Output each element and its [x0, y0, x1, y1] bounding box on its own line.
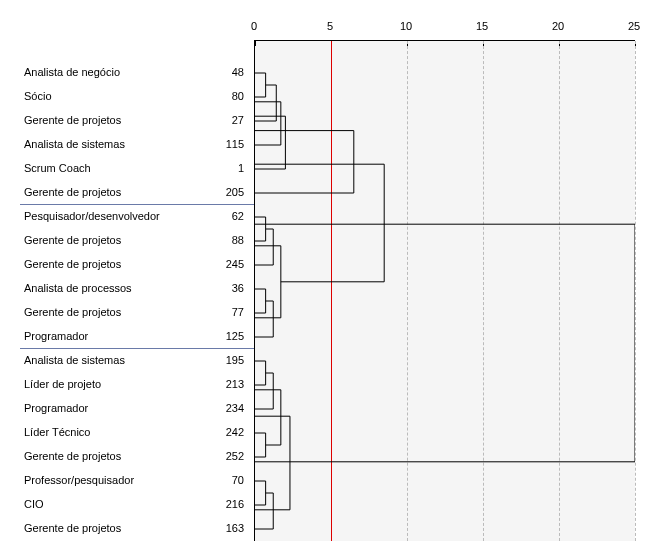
leaf-id: 242 — [200, 420, 250, 444]
leaf-id: 88 — [200, 228, 250, 252]
leaf-labels: Analista de negócio Sócio Gerente de pro… — [20, 60, 200, 540]
leaf-label: Gerente de projetos — [20, 180, 200, 204]
x-tick-label: 5 — [327, 20, 333, 32]
x-axis: 0 5 10 15 20 25 — [254, 20, 634, 40]
leaf-label: Analista de processos — [20, 276, 200, 300]
dendrogram-chart: 0 5 10 15 20 25 Analista de negócio Sóci… — [20, 20, 640, 540]
leaf-label: Sócio — [20, 84, 200, 108]
leaf-id: 245 — [200, 252, 250, 276]
leaf-id: 115 — [200, 132, 250, 156]
x-tick-label: 20 — [552, 20, 564, 32]
leaf-label: Pesquisador/desenvolvedor — [20, 204, 200, 228]
leaf-label: Gerente de projetos — [20, 444, 200, 468]
x-tick-label: 25 — [628, 20, 640, 32]
group-divider — [20, 348, 254, 349]
leaf-label: Professor/pesquisador — [20, 468, 200, 492]
leaf-label: Programador — [20, 396, 200, 420]
leaf-id: 125 — [200, 324, 250, 348]
leaf-label: Líder Técnico — [20, 420, 200, 444]
x-tick-label: 0 — [251, 20, 257, 32]
leaf-id: 252 — [200, 444, 250, 468]
leaf-id: 163 — [200, 516, 250, 540]
group-divider — [20, 204, 254, 205]
leaf-label: Analista de sistemas — [20, 348, 200, 372]
leaf-label: Gerente de projetos — [20, 108, 200, 132]
leaf-id: 48 — [200, 60, 250, 84]
leaf-label: Gerente de projetos — [20, 228, 200, 252]
leaf-id: 27 — [200, 108, 250, 132]
leaf-id: 62 — [200, 204, 250, 228]
leaf-label: Analista de negócio — [20, 60, 200, 84]
leaf-label: CIO — [20, 492, 200, 516]
plot-area — [254, 40, 635, 541]
leaf-label: Analista de sistemas — [20, 132, 200, 156]
dendrogram-lines — [255, 41, 635, 541]
leaf-id: 1 — [200, 156, 250, 180]
leaf-id: 80 — [200, 84, 250, 108]
leaf-label: Líder de projeto — [20, 372, 200, 396]
leaf-label: Programador — [20, 324, 200, 348]
leaf-id: 213 — [200, 372, 250, 396]
x-tick-label: 15 — [476, 20, 488, 32]
leaf-label: Gerente de projetos — [20, 516, 200, 540]
leaf-id: 234 — [200, 396, 250, 420]
leaf-label: Gerente de projetos — [20, 252, 200, 276]
leaf-label: Scrum Coach — [20, 156, 200, 180]
leaf-id: 77 — [200, 300, 250, 324]
leaf-ids: 48 80 27 115 1 205 62 88 245 36 77 125 1… — [200, 60, 250, 540]
leaf-id: 216 — [200, 492, 250, 516]
leaf-id: 195 — [200, 348, 250, 372]
leaf-id: 205 — [200, 180, 250, 204]
leaf-id: 70 — [200, 468, 250, 492]
leaf-label: Gerente de projetos — [20, 300, 200, 324]
grid-line — [635, 41, 636, 541]
leaf-id: 36 — [200, 276, 250, 300]
x-tick-label: 10 — [400, 20, 412, 32]
